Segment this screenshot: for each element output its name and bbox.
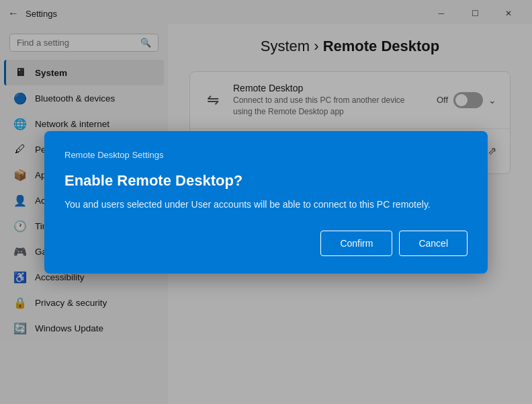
remote-desktop-dialog: Remote Desktop Settings Enable Remote De… [44,131,488,274]
modal-overlay: Remote Desktop Settings Enable Remote De… [0,0,532,404]
dialog-title-bar: Remote Desktop Settings [64,150,468,160]
dialog-buttons: Confirm Cancel [64,231,468,256]
cancel-button[interactable]: Cancel [399,231,468,256]
confirm-button[interactable]: Confirm [320,231,392,256]
dialog-heading: Enable Remote Desktop? [64,172,468,190]
dialog-body: You and users selected under User accoun… [64,198,468,212]
